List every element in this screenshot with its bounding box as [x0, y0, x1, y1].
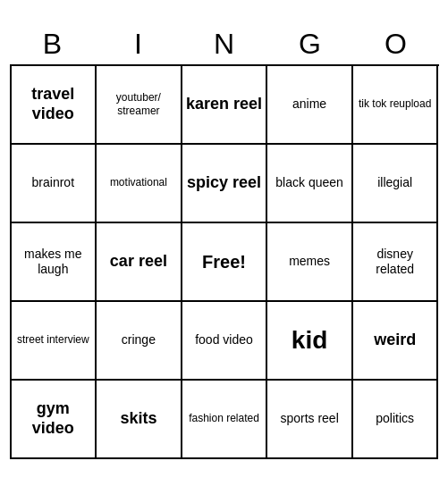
bingo-grid: travel videoyoutuber/ streamerkaren reel…	[10, 64, 439, 459]
bingo-cell: Free!	[182, 223, 268, 302]
bingo-cell: travel video	[12, 66, 97, 145]
bingo-cell: spicy reel	[182, 145, 268, 223]
bingo-cell: street interview	[12, 302, 97, 381]
bingo-cell: fashion related	[182, 381, 268, 459]
bingo-cell: skits	[97, 381, 182, 459]
bingo-cell: youtuber/ streamer	[97, 66, 182, 145]
bingo-card: BINGO travel videoyoutuber/ streamerkare…	[10, 28, 439, 459]
bingo-cell: food video	[182, 302, 268, 381]
bingo-letter: I	[99, 28, 178, 61]
bingo-cell: politics	[353, 381, 439, 459]
bingo-letter: N	[185, 28, 264, 61]
bingo-letter: G	[271, 28, 350, 61]
bingo-cell: memes	[267, 223, 353, 302]
bingo-cell: makes me laugh	[12, 223, 97, 302]
bingo-header: BINGO	[10, 28, 439, 61]
bingo-cell: car reel	[97, 223, 182, 302]
bingo-cell: black queen	[267, 145, 353, 223]
bingo-cell: anime	[267, 66, 353, 145]
bingo-letter: O	[357, 28, 435, 61]
bingo-cell: gym video	[12, 381, 97, 459]
bingo-cell: tik tok reupload	[353, 66, 439, 145]
bingo-cell: motivational	[97, 145, 182, 223]
bingo-cell: disney related	[353, 223, 439, 302]
bingo-cell: karen reel	[182, 66, 268, 145]
bingo-cell: sports reel	[267, 381, 353, 459]
bingo-cell: illegial	[353, 145, 439, 223]
bingo-letter: B	[13, 28, 92, 61]
bingo-cell: kid	[267, 302, 353, 381]
bingo-cell: cringe	[97, 302, 182, 381]
bingo-cell: weird	[353, 302, 439, 381]
bingo-cell: brainrot	[12, 145, 97, 223]
